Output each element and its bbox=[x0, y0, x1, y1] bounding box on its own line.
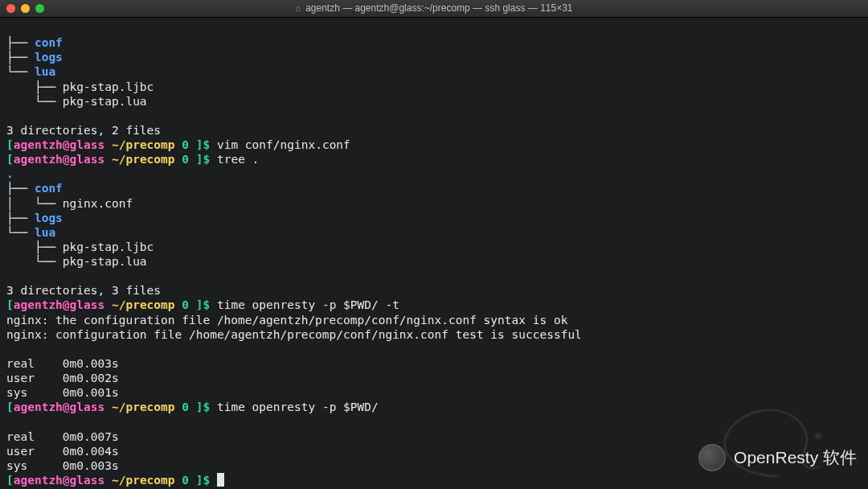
prompt-dollar: $ bbox=[203, 401, 216, 413]
time-user: user 0m0.002s bbox=[6, 372, 119, 384]
prompt-open: [ bbox=[6, 474, 14, 487]
tree-file: └── pkg-stap.lua bbox=[6, 95, 147, 108]
time-sys: sys 0m0.003s bbox=[6, 459, 119, 472]
home-icon: ⌂ bbox=[295, 3, 301, 14]
tree-branch: └── bbox=[6, 226, 35, 239]
prompt-userhost: agentzh@glass bbox=[14, 138, 105, 151]
nginx-output: nginx: the configuration file /home/agen… bbox=[6, 314, 567, 327]
tree-file: ├── pkg-stap.ljbc bbox=[6, 80, 154, 93]
dir-name: conf bbox=[35, 36, 63, 49]
command: vim conf/nginx.conf bbox=[217, 138, 350, 151]
prompt-status: 0 bbox=[175, 401, 196, 413]
tree-branch: ├── bbox=[6, 212, 35, 224]
watermark: OpenResty 软件 bbox=[698, 444, 857, 471]
dir-name: lua bbox=[35, 226, 55, 239]
tree-branch: ├── bbox=[6, 36, 35, 49]
tree-summary: 3 directories, 3 files bbox=[6, 284, 161, 297]
prompt-status: 0 bbox=[175, 474, 196, 487]
dir-name: logs bbox=[35, 51, 63, 64]
prompt-status: 0 bbox=[175, 298, 196, 311]
window-title: ⌂ agentzh — agentzh@glass:~/precomp — ss… bbox=[295, 2, 572, 14]
minimize-icon[interactable] bbox=[21, 4, 30, 13]
time-real: real 0m0.003s bbox=[6, 357, 119, 370]
prompt-status: 0 bbox=[175, 153, 196, 166]
command: tree . bbox=[217, 153, 259, 166]
dir-name: logs bbox=[35, 212, 63, 224]
prompt-dollar: $ bbox=[203, 153, 216, 166]
prompt-userhost: agentzh@glass bbox=[14, 401, 105, 413]
tree-branch: └── bbox=[6, 65, 35, 78]
tree-file: ├── pkg-stap.ljbc bbox=[6, 240, 154, 253]
prompt-path: ~/precomp bbox=[104, 153, 174, 166]
wechat-icon bbox=[698, 444, 726, 471]
prompt-path: ~/precomp bbox=[104, 138, 174, 151]
terminal-output[interactable]: ├── conf ├── logs └── lua ├── pkg-stap.l… bbox=[0, 18, 868, 489]
watermark-text: OpenResty 软件 bbox=[734, 447, 857, 468]
prompt-open: [ bbox=[6, 298, 14, 311]
prompt-userhost: agentzh@glass bbox=[14, 153, 105, 166]
prompt-path: ~/precomp bbox=[104, 474, 174, 487]
tree-branch: ├── bbox=[6, 51, 35, 64]
tree-branch: ├── bbox=[6, 182, 35, 195]
command: time openresty -p $PWD/ bbox=[217, 401, 379, 413]
time-user: user 0m0.004s bbox=[6, 445, 119, 458]
close-icon[interactable] bbox=[6, 4, 15, 13]
prompt-open: [ bbox=[6, 138, 14, 151]
time-real: real 0m0.007s bbox=[6, 430, 119, 443]
tree-root: . bbox=[6, 167, 14, 180]
nginx-output: nginx: configuration file /home/agentzh/… bbox=[6, 328, 582, 341]
prompt-open: [ bbox=[6, 401, 14, 413]
window-titlebar: ⌂ agentzh — agentzh@glass:~/precomp — ss… bbox=[0, 0, 868, 18]
prompt-path: ~/precomp bbox=[104, 401, 174, 413]
tree-file: └── pkg-stap.lua bbox=[6, 255, 147, 268]
prompt-dollar: $ bbox=[203, 298, 216, 311]
tree-file: │ └── nginx.conf bbox=[6, 197, 133, 210]
prompt-status: 0 bbox=[175, 138, 196, 151]
zoom-icon[interactable] bbox=[35, 4, 44, 13]
prompt-dollar: $ bbox=[203, 138, 216, 151]
dir-name: conf bbox=[35, 182, 63, 195]
time-sys: sys 0m0.001s bbox=[6, 386, 119, 399]
title-text: agentzh — agentzh@glass:~/precomp — ssh … bbox=[305, 2, 572, 14]
dir-name: lua bbox=[35, 65, 55, 78]
traffic-lights bbox=[6, 4, 44, 13]
prompt-dollar: $ bbox=[203, 474, 216, 487]
prompt-userhost: agentzh@glass bbox=[14, 298, 105, 311]
cursor bbox=[217, 473, 224, 487]
prompt-open: [ bbox=[6, 153, 14, 166]
tree-summary: 3 directories, 2 files bbox=[6, 124, 161, 137]
prompt-userhost: agentzh@glass bbox=[14, 474, 105, 487]
prompt-path: ~/precomp bbox=[104, 298, 174, 311]
command: time openresty -p $PWD/ -t bbox=[217, 298, 399, 311]
